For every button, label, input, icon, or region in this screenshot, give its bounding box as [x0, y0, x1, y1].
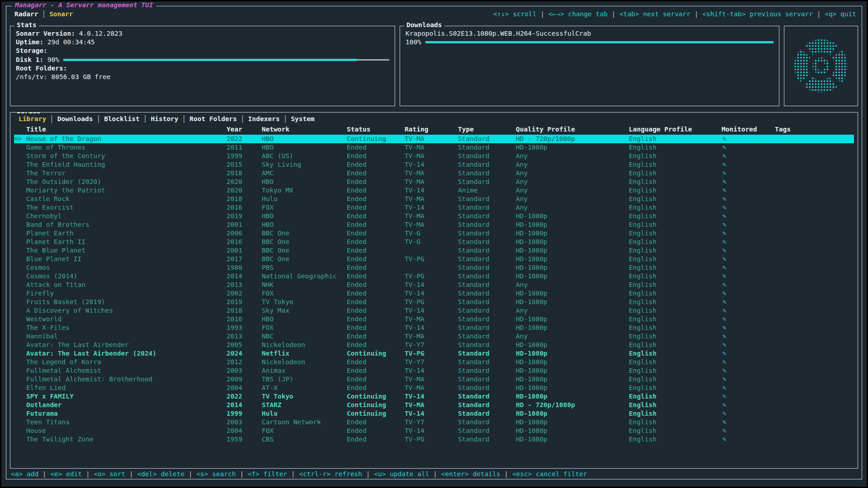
table-row[interactable]: The Twilight Zone1959CBSEndedTV-PGStanda… — [14, 435, 854, 444]
monitored-icon: ✎ — [722, 221, 775, 229]
table-row[interactable]: Storm of the Century1999ABC (US)EndedTV-… — [14, 152, 854, 160]
cell-quality-profile: HD-1080p — [516, 341, 629, 349]
table-row[interactable]: The X-Files1993FOXEndedTV-14StandardHD-1… — [14, 324, 854, 332]
top-panels-row: Stats Sonarr Version: 4.0.12.2823 Uptime… — [6, 26, 862, 106]
table-row[interactable]: Firefly2002FOXEndedTV-14StandardHD-1080p… — [14, 289, 854, 298]
cell-tags — [775, 255, 854, 263]
monitored-icon: ✎ — [722, 186, 775, 195]
terminal-screen: Managarr - A Servarr management TUI Rada… — [0, 0, 868, 488]
cell-status: Ended — [347, 186, 405, 195]
cell-network: NBC — [262, 332, 347, 341]
table-row[interactable]: Outlander2014STARZContinuingTV-MAStandar… — [14, 401, 854, 409]
series-tab-indexers[interactable]: Indexers — [245, 115, 283, 122]
table-row[interactable]: Futurama1999HuluContinuingTV-14StandardH… — [14, 409, 854, 418]
series-title: Cosmos — [26, 264, 50, 271]
monitored-icon: ✎ — [722, 263, 775, 272]
cell-network: BBC One — [262, 246, 347, 255]
table-row[interactable]: Castle Rock2018HuluEndedTV-MAStandardAny… — [14, 195, 854, 203]
cell-language-profile: English — [629, 135, 722, 143]
table-row[interactable]: The Blue Planet2001BBC OneEndedStandardH… — [14, 246, 854, 255]
table-row[interactable]: Game of Thrones2011HBOEndedTV-MAStandard… — [14, 143, 854, 152]
table-row[interactable]: Westworld2016HBOEndedTV-MAStandardHD-108… — [14, 315, 854, 324]
table-row[interactable]: Planet Earth2006BBC OneEndedTV-GStandard… — [14, 229, 854, 238]
series-title: The Twilight Zone — [26, 436, 93, 443]
cell-quality-profile: HD-1080p — [516, 246, 629, 255]
cell-network: Nickelodeon — [262, 341, 347, 349]
table-row[interactable]: Cosmos (2014)2014National GeographicEnde… — [14, 272, 854, 281]
table-row[interactable]: Elfen Lied2004AT-XEndedTV-MAStandardHD-1… — [14, 384, 854, 392]
table-row[interactable]: Chernobyl2019HBOEndedTV-MAStandardHD-108… — [14, 212, 854, 221]
cell-quality-profile: HD-1080p — [516, 375, 629, 384]
cell-rating: TV-14 — [405, 203, 458, 212]
column-header-monitored: Monitored — [722, 125, 775, 134]
cell-tags — [775, 238, 854, 246]
table-row[interactable]: Band of Brothers2001HBOEndedTV-MAStandar… — [14, 221, 854, 229]
cell-status: Ended — [347, 221, 405, 229]
hint-update-all: <u> update all — [374, 470, 429, 478]
cell-title: The Blue Planet — [14, 246, 226, 255]
table-row[interactable]: House2004FOXEndedTV-14StandardHD-1080pEn… — [14, 427, 854, 435]
monitored-icon: ✎ — [722, 152, 775, 160]
table-row[interactable]: The Legend of Korra2012NickelodeonEndedT… — [14, 358, 854, 366]
table-row[interactable]: Avatar: The Last Airbender (2024)2024Net… — [14, 349, 854, 358]
cell-type: Standard — [458, 246, 516, 255]
table-row[interactable]: Avatar: The Last Airbender2005Nickelodeo… — [14, 341, 854, 349]
cell-type: Standard — [458, 427, 516, 435]
series-tab-library[interactable]: Library — [15, 115, 50, 122]
table-row[interactable]: A Discovery of Witches2018Sky MaxEndedTV… — [14, 306, 854, 315]
servarr-tabs: Radarr│Sonarr — [11, 10, 77, 18]
monitored-icon: ✎ — [722, 341, 775, 349]
cell-type: Standard — [458, 366, 516, 375]
cell-title: Avatar: The Last Airbender — [14, 341, 226, 349]
cell-rating: TV-MA — [405, 384, 458, 392]
column-header-language-profile: Language Profile — [629, 125, 722, 134]
cell-rating: TV-Y7 — [405, 358, 458, 366]
cell-type: Standard — [458, 169, 516, 178]
cell-year: 1999 — [226, 152, 262, 160]
series-tab-history[interactable]: History — [147, 115, 182, 122]
cell-rating: TV-MA — [405, 212, 458, 221]
cell-language-profile: English — [629, 152, 722, 160]
table-row[interactable]: Blue Planet II2017BBC OneEndedTV-PGStand… — [14, 255, 854, 263]
series-title: Planet Earth — [26, 230, 74, 237]
table-row[interactable]: Fullmetal Alchemist: Brotherhood2009TBS … — [14, 375, 854, 384]
hint-cancel-filter: <esc> cancel filter — [512, 470, 587, 478]
table-row[interactable]: Hannibal2013NBCEndedTV-MAStandardAnyEngl… — [14, 332, 854, 341]
cell-rating: TV-MA — [405, 315, 458, 324]
table-row[interactable]: Fruits Basket (2019)2019TV TokyoEndedTV-… — [14, 298, 854, 306]
table-row[interactable]: The Terror2018AMCEndedTV-MAStandardAnyEn… — [14, 169, 854, 178]
cell-language-profile: English — [629, 366, 722, 375]
cell-rating: TV-MA — [405, 135, 458, 143]
series-tab-system[interactable]: System — [287, 115, 318, 122]
table-row[interactable]: The Outsider (2020)2020HBOEndedTV-MAStan… — [14, 178, 854, 186]
table-row[interactable]: The Exorcist2016FOXEndedTV-14StandardAny… — [14, 203, 854, 212]
cell-status: Ended — [347, 375, 405, 384]
series-tab-blocklist[interactable]: Blocklist — [100, 115, 143, 122]
table-row[interactable]: Planet Earth II2016BBC OneEndedTV-GStand… — [14, 238, 854, 246]
series-title: Moriarty the Patriot — [26, 187, 105, 194]
monitored-icon: ✎ — [722, 238, 775, 246]
cell-language-profile: English — [629, 263, 722, 272]
table-row[interactable]: SPY x FAMILY2022TV TokyoContinuingTV-14S… — [14, 392, 854, 401]
monitored-icon: ✎ — [722, 349, 775, 358]
series-tab-downloads[interactable]: Downloads — [54, 115, 97, 122]
monitored-icon: ✎ — [722, 375, 775, 384]
cell-rating: TV-MA — [405, 221, 458, 229]
cell-quality-profile: HD-1080p — [516, 358, 629, 366]
table-row[interactable]: The Enfield Haunting2015Sky LivingEndedT… — [14, 160, 854, 169]
series-title: Fullmetal Alchemist: Brotherhood — [26, 375, 152, 383]
cell-type: Standard — [458, 203, 516, 212]
cell-quality-profile: HD-1080p — [516, 409, 629, 418]
servarr-tab-radarr[interactable]: Radarr — [11, 10, 42, 18]
table-row[interactable]: Fullmetal Alchemist2003AnimaxEndedTV-14S… — [14, 366, 854, 375]
table-row[interactable]: Attack on Titan2013NHKEndedTV-14Standard… — [14, 281, 854, 289]
servarr-tab-sonarr[interactable]: Sonarr — [46, 10, 76, 18]
cell-network: Sky Max — [262, 306, 347, 315]
table-row[interactable]: Moriarty the Patriot2020Tokyo MXEndedTV-… — [14, 186, 854, 195]
cell-quality-profile: Any — [516, 152, 629, 160]
table-row[interactable]: =>House of the Dragon2022HBOContinuingTV… — [14, 135, 854, 143]
table-row[interactable]: Cosmos1980PBSEndedStandardHD-1080pEnglis… — [14, 263, 854, 272]
table-row[interactable]: Teen Titans2003Cartoon NetworkEndedTV-Y7… — [14, 418, 854, 427]
stats-panel-title: Stats — [14, 21, 39, 28]
series-tab-root-folders[interactable]: Root Folders — [186, 115, 241, 122]
